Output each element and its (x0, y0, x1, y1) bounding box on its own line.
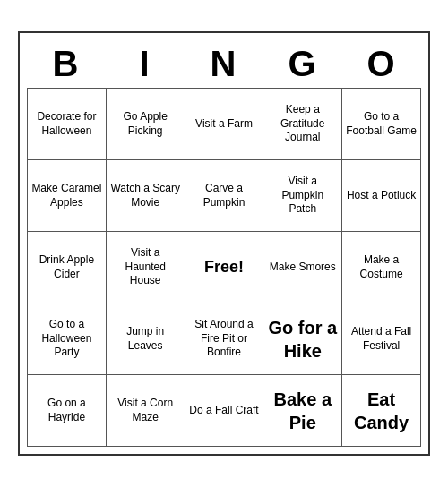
bingo-cell-16[interactable]: Jump in Leaves (107, 303, 185, 375)
bingo-cell-17[interactable]: Sit Around a Fire Pit or Bonfire (185, 303, 264, 375)
header-letter-i: I (106, 40, 185, 88)
bingo-grid: Decorate for HalloweenGo Apple PickingVi… (27, 88, 421, 447)
bingo-cell-24[interactable]: Eat Candy (342, 375, 421, 447)
bingo-cell-13[interactable]: Make Smores (263, 232, 342, 303)
bingo-cell-7[interactable]: Carve a Pumpkin (185, 160, 264, 232)
bingo-cell-21[interactable]: Visit a Corn Maze (107, 375, 185, 447)
bingo-cell-5[interactable]: Make Caramel Apples (28, 160, 107, 232)
bingo-cell-9[interactable]: Host a Potluck (342, 160, 421, 232)
bingo-cell-15[interactable]: Go to a Halloween Party (28, 303, 107, 375)
bingo-cell-3[interactable]: Keep a Gratitude Journal (263, 89, 342, 160)
bingo-cell-23[interactable]: Bake a Pie (263, 375, 342, 447)
bingo-cell-0[interactable]: Decorate for Halloween (28, 89, 107, 160)
bingo-cell-6[interactable]: Watch a Scary Movie (107, 160, 185, 232)
bingo-cell-11[interactable]: Visit a Haunted House (107, 232, 185, 303)
header-letter-o: O (342, 40, 421, 88)
header-letter-b: B (27, 40, 106, 88)
bingo-cell-2[interactable]: Visit a Farm (185, 89, 264, 160)
bingo-cell-20[interactable]: Go on a Hayride (28, 375, 107, 447)
bingo-cell-10[interactable]: Drink Apple Cider (28, 232, 107, 303)
header-letter-n: N (185, 40, 263, 88)
bingo-card: BINGO Decorate for HalloweenGo Apple Pic… (18, 31, 430, 456)
bingo-cell-1[interactable]: Go Apple Picking (107, 89, 185, 160)
bingo-cell-18[interactable]: Go for a Hike (263, 303, 342, 375)
bingo-cell-22[interactable]: Do a Fall Craft (185, 375, 264, 447)
bingo-cell-19[interactable]: Attend a Fall Festival (342, 303, 421, 375)
bingo-header: BINGO (27, 40, 421, 88)
header-letter-g: G (263, 40, 342, 88)
bingo-cell-8[interactable]: Visit a Pumpkin Patch (263, 160, 342, 232)
bingo-cell-14[interactable]: Make a Costume (342, 232, 421, 303)
bingo-cell-4[interactable]: Go to a Football Game (342, 89, 421, 160)
bingo-cell-12[interactable]: Free! (185, 232, 264, 303)
